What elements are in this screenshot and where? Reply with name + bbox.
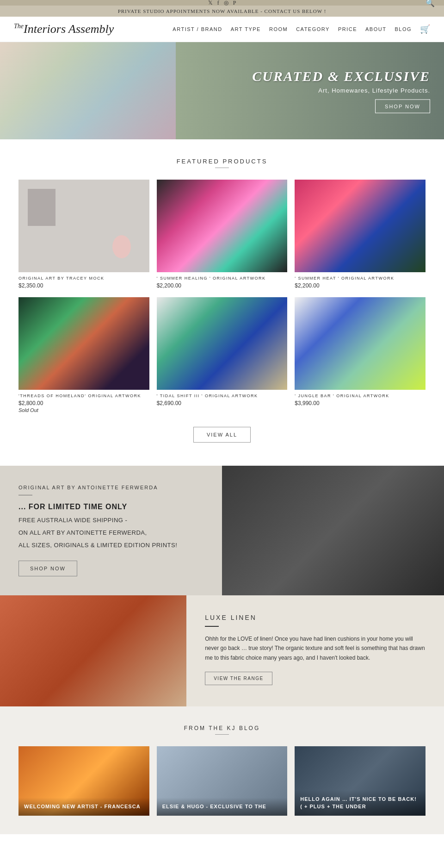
header: TheInteriors Assembly ARTIST / BRAND ART… xyxy=(0,17,444,42)
antoinette-body-line3: ALL SIZES, ORIGINALS & LIMITED EDITION P… xyxy=(18,541,204,550)
hero-banner: CURATED & EXCLUSIVE Art, Homewares, Life… xyxy=(0,42,444,139)
product-card[interactable]: ORIGINAL ART BY TRACEY MOCK $2,350.00 xyxy=(18,180,149,290)
blog-overlay: WELCOMING NEW ARTIST - FRANCESCA xyxy=(18,798,149,816)
blog-section-title: FROM THE KJ BLOG xyxy=(18,725,426,731)
main-nav: ARTIST / BRAND ART TYPE ROOM CATEGORY PR… xyxy=(173,24,430,34)
product-card[interactable]: ' TIDAL SHIFT III ' ORIGINAL ARTWORK $2,… xyxy=(157,297,288,413)
product-image xyxy=(157,180,288,272)
nav-price[interactable]: PRICE xyxy=(338,26,357,32)
instagram-icon[interactable]: ◎ xyxy=(224,0,228,6)
product-image xyxy=(295,180,426,272)
top-bar: 𝕏 f ◎ P 🔍 xyxy=(0,0,444,6)
nav-category[interactable]: CATEGORY xyxy=(296,26,330,32)
antoinette-body-line1: FREE AUSTRALIA WIDE SHIPPING - xyxy=(18,516,204,525)
blog-post-title: ELSIE & HUGO - EXCLUSIVE TO THE xyxy=(162,803,282,810)
blog-divider xyxy=(215,734,229,735)
product-title: ' SUMMER HEALING ' ORIGINAL ARTWORK xyxy=(157,276,288,281)
antoinette-subtitle: ORIGINAL ART BY ANTOINETTE FERWERDA xyxy=(18,485,204,490)
blog-image: ELSIE & HUGO - EXCLUSIVE TO THE xyxy=(157,746,288,816)
luxe-title: LUXE LINEN xyxy=(205,614,426,621)
sold-out-badge: Sold Out xyxy=(18,407,149,413)
antoinette-body-line2: ON ALL ART BY ANTOINETTE FERWERDA, xyxy=(18,528,204,538)
product-image xyxy=(18,180,149,272)
announcement-text: PRIVATE STUDIO APPOINTMENTS NOW AVAILABL… xyxy=(118,8,327,14)
antoinette-heading: ... FOR LIMITED TIME ONLY xyxy=(18,503,204,511)
antoinette-section: ORIGINAL ART BY ANTOINETTE FERWERDA ... … xyxy=(0,466,444,595)
luxe-image xyxy=(0,595,186,706)
view-range-button[interactable]: VIEW THE RANGE xyxy=(205,672,272,685)
luxe-section: LUXE LINEN Ohhh for the LOVE of linen! O… xyxy=(0,595,444,706)
blog-post-title: HELLO AGAIN … IT'S NICE TO BE BACK! ( + … xyxy=(300,796,420,810)
view-all-wrap: VIEW ALL xyxy=(0,427,444,443)
product-price: $2,350.00 xyxy=(18,282,149,289)
luxe-divider xyxy=(205,626,219,627)
antoinette-shop-now-button[interactable]: SHOP NOW xyxy=(18,561,77,576)
product-card[interactable]: ' SUMMER HEALING ' ORIGINAL ARTWORK $2,2… xyxy=(157,180,288,290)
social-links: 𝕏 f ◎ P xyxy=(208,0,236,6)
product-title: ' JUNGLE BAR ' ORIGINAL ARTWORK xyxy=(295,393,426,398)
featured-section-title: FEATURED PRODUCTS xyxy=(0,158,444,165)
hero-content: CURATED & EXCLUSIVE Art, Homewares, Life… xyxy=(252,69,430,113)
blog-image: HELLO AGAIN … IT'S NICE TO BE BACK! ( + … xyxy=(295,746,426,816)
blog-section: FROM THE KJ BLOG WELCOMING NEW ARTIST - … xyxy=(0,706,444,834)
facebook-icon[interactable]: f xyxy=(217,0,219,6)
hero-cta-button[interactable]: SHOP NOW xyxy=(375,100,430,113)
product-title: 'THREADS OF HOMELAND' ORIGINAL ARTWORK xyxy=(18,393,149,398)
product-price: $2,200.00 xyxy=(295,282,426,289)
product-price: $2,800.00 xyxy=(18,400,149,406)
hero-subheadline: Art, Homewares, Lifestyle Products. xyxy=(252,87,430,94)
luxe-body: Ohhh for the LOVE of linen! Once you hav… xyxy=(205,634,426,662)
nav-blog[interactable]: BLOG xyxy=(395,26,412,32)
pinterest-icon[interactable]: P xyxy=(233,0,236,6)
product-card[interactable]: 'THREADS OF HOMELAND' ORIGINAL ARTWORK $… xyxy=(18,297,149,413)
product-title: ' TIDAL SHIFT III ' ORIGINAL ARTWORK xyxy=(157,393,288,398)
hero-artwork xyxy=(0,42,176,139)
product-card[interactable]: ' JUNGLE BAR ' ORIGINAL ARTWORK $3,990.0… xyxy=(295,297,426,413)
search-icon[interactable]: 🔍 xyxy=(426,0,435,7)
product-price: $2,200.00 xyxy=(157,282,288,289)
featured-divider xyxy=(215,168,229,168)
antoinette-image xyxy=(222,466,444,595)
blog-post-title: WELCOMING NEW ARTIST - FRANCESCA xyxy=(24,803,144,810)
product-price: $2,690.00 xyxy=(157,400,288,406)
product-card[interactable]: ' SUMMER HEAT ' ORIGINAL ARTWORK $2,200.… xyxy=(295,180,426,290)
nav-about[interactable]: ABOUT xyxy=(365,26,386,32)
antoinette-text: ORIGINAL ART BY ANTOINETTE FERWERDA ... … xyxy=(0,466,222,595)
blog-overlay: ELSIE & HUGO - EXCLUSIVE TO THE xyxy=(157,798,288,816)
product-title: ORIGINAL ART BY TRACEY MOCK xyxy=(18,276,149,281)
hero-headline: CURATED & EXCLUSIVE xyxy=(252,69,430,84)
cart-icon[interactable]: 🛒 xyxy=(420,24,430,34)
product-title: ' SUMMER HEAT ' ORIGINAL ARTWORK xyxy=(295,276,426,281)
nav-art-type[interactable]: ART TYPE xyxy=(231,26,261,32)
product-image xyxy=(18,297,149,390)
products-grid: ORIGINAL ART BY TRACEY MOCK $2,350.00 ' … xyxy=(0,180,444,413)
blog-grid: WELCOMING NEW ARTIST - FRANCESCA ELSIE &… xyxy=(18,746,426,816)
blog-image: WELCOMING NEW ARTIST - FRANCESCA xyxy=(18,746,149,816)
site-logo[interactable]: TheInteriors Assembly xyxy=(14,22,114,36)
product-image xyxy=(295,297,426,390)
view-all-button[interactable]: VIEW ALL xyxy=(193,427,251,443)
luxe-text: LUXE LINEN Ohhh for the LOVE of linen! O… xyxy=(186,595,444,706)
antoinette-divider xyxy=(18,495,32,495)
twitter-icon[interactable]: 𝕏 xyxy=(208,0,213,6)
nav-artist-brand[interactable]: ARTIST / BRAND xyxy=(173,26,222,32)
featured-section: FEATURED PRODUCTS ORIGINAL ART BY TRACEY… xyxy=(0,158,444,443)
product-price: $3,990.00 xyxy=(295,400,426,406)
blog-card[interactable]: WELCOMING NEW ARTIST - FRANCESCA xyxy=(18,746,149,816)
nav-room[interactable]: ROOM xyxy=(269,26,288,32)
blog-card[interactable]: ELSIE & HUGO - EXCLUSIVE TO THE xyxy=(157,746,288,816)
announcement-bar: PRIVATE STUDIO APPOINTMENTS NOW AVAILABL… xyxy=(0,6,444,17)
blog-card[interactable]: HELLO AGAIN … IT'S NICE TO BE BACK! ( + … xyxy=(295,746,426,816)
blog-overlay: HELLO AGAIN … IT'S NICE TO BE BACK! ( + … xyxy=(295,790,426,816)
product-image xyxy=(157,297,288,390)
